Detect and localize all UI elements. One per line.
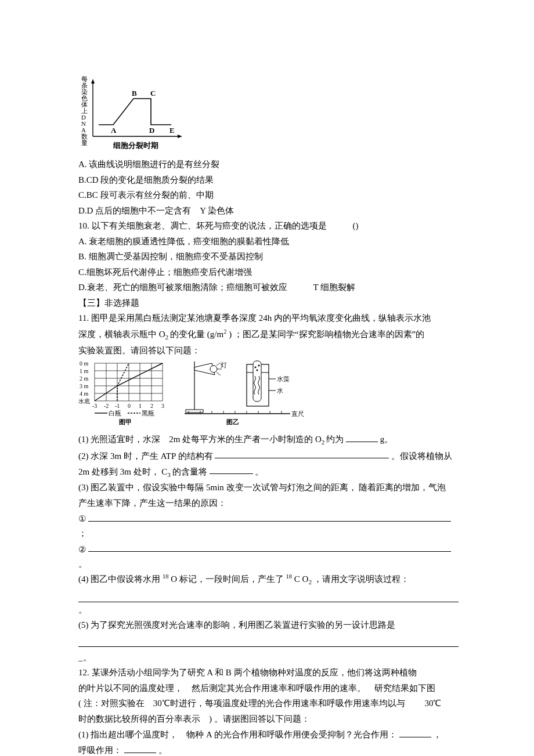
svg-point-45 [257, 370, 258, 371]
svg-text:白瓶: 白瓶 [109, 410, 121, 417]
q12-line2: 的叶片以不同的温度处理， 然后测定其光合作用速率和呼吸作用的速率。 研究结果如下… [78, 681, 459, 696]
svg-text:图乙: 图乙 [226, 418, 239, 425]
q9-opt-a: A. 该曲线说明细胞进行的是有丝分裂 [78, 157, 459, 172]
pt-c: C [150, 89, 156, 97]
svg-text:3: 3 [161, 403, 164, 409]
blank-11-2a[interactable] [215, 448, 389, 459]
q11-2b: 2m 处移到 3m 处时， C3 的含量将 。 [78, 464, 459, 480]
blank-11-3-2[interactable] [88, 542, 451, 552]
q11-3a: (3) 图乙装置中，假设实验中每隔 5min 改变一次试管与灯泡之间的距离， 随… [78, 480, 459, 495]
pt-e: E [169, 126, 175, 135]
svg-rect-36 [186, 410, 203, 413]
dna-graph-figure: 每条染色体上DNA数量 A B C D E 细胞分裂时期 [78, 75, 459, 154]
q11-figure: 0 m 1 m 2 m 3 m 4 m 水底 -3 -2 -1 0 1 2 3 … [78, 359, 459, 428]
svg-text:黑瓶: 黑瓶 [142, 410, 154, 417]
q9-opt-d: D.D 点后的细胞中不一定含有 Y 染色体 [78, 204, 459, 219]
svg-line-39 [217, 363, 221, 366]
q11-2a: (2) 水深 3m 时，产生 ATP 的结构有 。假设将植物从 [78, 448, 459, 464]
q11-1: (1) 光照适宜时，水深 2m 处每平方米的生产者一小时制造的 O2 约为 g。 [78, 432, 459, 448]
q11-4-period: 。 [78, 603, 459, 618]
blank-11-1[interactable] [346, 432, 378, 442]
q11-svg: 0 m 1 m 2 m 3 m 4 m 水底 -3 -2 -1 0 1 2 3 … [78, 359, 311, 428]
svg-text:0 m: 0 m [80, 360, 89, 367]
q11-stem2c: ) ；图乙是某同学“探究影响植物光合速率的因素”的 [229, 330, 424, 339]
svg-text:-2: -2 [104, 403, 109, 409]
blank-12-1b[interactable] [124, 743, 156, 753]
svg-text:2 m: 2 m [80, 375, 89, 382]
blank-11-5[interactable] [78, 634, 459, 647]
q12-line3: ( 注：对照实验在 30℃时进行，每项温度处理的光合作用速率和呼吸作用速率均以与… [78, 696, 459, 711]
svg-text:1: 1 [139, 403, 142, 409]
svg-text:2: 2 [150, 403, 153, 409]
svg-text:灯: 灯 [221, 361, 227, 368]
q11-3-c1: ① ； [78, 511, 459, 541]
q10-opt-a: A. 衰老细胞的膜通透性降低，癌变细胞的膜黏着性降低 [78, 234, 459, 249]
q10-opt-b: B. 细胞凋亡受基因控制，细胞癌变不受基因控制 [78, 249, 459, 265]
q12-1b: 呼吸作用： 。 [78, 743, 459, 756]
svg-text:水: 水 [277, 387, 283, 394]
svg-text:0: 0 [128, 403, 131, 409]
q9-opt-b: B.CD 段的变化是细胞质分裂的结果 [78, 173, 459, 188]
svg-text:-3: -3 [92, 403, 97, 409]
q11-stem-line2: 深度，横轴表示瓶中 O2 的变化量 (g/m2 ) ；图乙是某同学“探究影响植物… [78, 327, 459, 343]
q10-stem: 10. 以下有关细胞衰老、凋亡、坏死与癌变的说法，正确的选项是 () [78, 219, 459, 234]
q11-stem-line1: 11. 图甲是采用黑白瓶法测定某池塘夏季各深度 24h 内的平均氧浓度变化曲线，… [78, 311, 459, 326]
svg-marker-3 [178, 135, 182, 138]
section3-header: 【三】非选择题 [78, 296, 459, 311]
q10-opt-c: C.细胞坏死后代谢停止；细胞癌变后代谢增强 [78, 265, 459, 280]
q11-stem2a: 深度，横轴表示瓶中 O [78, 330, 165, 339]
q12-1: (1) 指出超出哪个温度时， 物种 A 的光合作用和呼吸作用便会受抑制？光合作用… [78, 727, 459, 742]
svg-point-47 [258, 365, 260, 367]
svg-point-46 [255, 367, 257, 368]
q12-line4: 时的数据比较所得的百分率表示 ) 。请据图回答以下问题： [78, 712, 459, 727]
blank-11-3-1[interactable] [88, 511, 451, 522]
q11-5-end: _。 [78, 650, 459, 665]
svg-text:3 m: 3 m [80, 383, 89, 389]
blank-11-2b[interactable] [210, 464, 253, 475]
pt-b: B [132, 89, 137, 97]
svg-marker-1 [91, 79, 95, 84]
svg-line-40 [217, 372, 221, 375]
svg-text:4 m: 4 m [80, 390, 89, 397]
pt-d: D [149, 126, 154, 135]
q12-line1: 12. 某课外活动小组同学为了研究 A 和 B 两个植物物种对温度的反应，他们将… [78, 665, 459, 681]
svg-text:1 m: 1 m [80, 368, 89, 374]
svg-text:-1: -1 [115, 403, 120, 409]
q10-opt-d: D.衰老、死亡的细胞可被浆细胞清除；癌细胞可被效应 T 细胞裂解 [78, 280, 459, 295]
q11-4: (4) 图乙中假设将水用 18 O 标记，一段时间后，产生了 18 C O2 ，… [78, 572, 459, 588]
svg-point-37 [210, 366, 217, 372]
q9-opt-c: C.BC 段可表示有丝分裂的前、中期 [78, 188, 459, 203]
svg-text:水底: 水底 [78, 398, 90, 404]
q11-3b: 产生速率下降，产生这一结果的原因： [78, 496, 459, 511]
q11-3-c2: ② 。 [78, 542, 459, 572]
pt-a: A [111, 126, 117, 135]
dna-line-chart: 每条染色体上DNA数量 A B C D E 细胞分裂时期 [78, 75, 186, 154]
q11-stem-line3: 实验装置图。请回答以下问题： [78, 343, 459, 359]
svg-text:水藻: 水藻 [277, 375, 290, 382]
x-axis-label: 细胞分裂时期 [113, 141, 158, 150]
y-axis-label: 每条染色体上DNA数量 [81, 75, 88, 146]
svg-text:直尺: 直尺 [291, 410, 304, 417]
q11-5: (5) 为了探究光照强度对光合速率的影响，利用图乙装置进行实验的另一设计思路是 [78, 618, 459, 633]
svg-text:图甲: 图甲 [119, 418, 132, 425]
blank-12-1a[interactable] [399, 727, 431, 737]
q11-stem2b: 的变化量 (g/m [170, 330, 223, 339]
blank-11-4[interactable] [78, 589, 459, 602]
